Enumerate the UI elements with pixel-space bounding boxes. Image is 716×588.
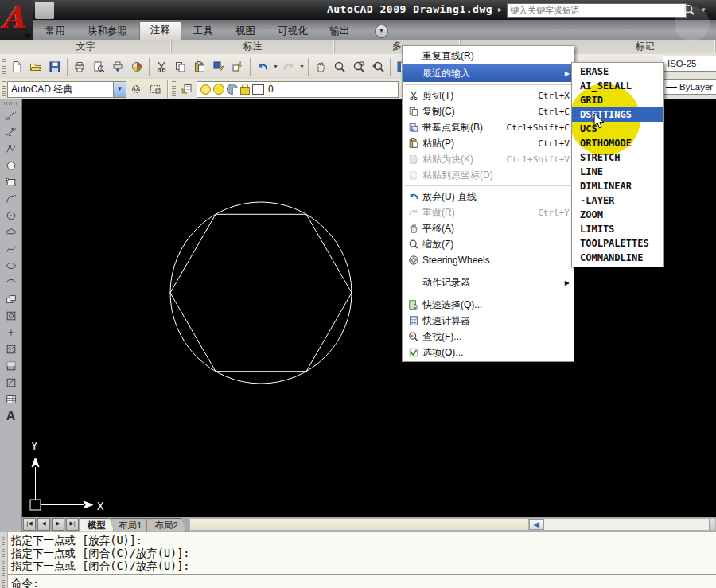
publish-button[interactable] [127, 57, 146, 76]
hatch-tool-button[interactable] [2, 341, 20, 357]
match-properties-button[interactable] [209, 57, 228, 76]
workspace-settings-button[interactable] [126, 80, 146, 99]
first-tab-button[interactable]: |◀ [23, 518, 36, 531]
pan-button[interactable] [311, 57, 330, 76]
cut-button[interactable] [152, 57, 171, 76]
tab-layout1[interactable]: 布局1 [111, 518, 150, 532]
plot-button[interactable] [108, 57, 127, 76]
make-block-tool-button[interactable] [2, 307, 20, 324]
paste-button[interactable] [190, 57, 209, 76]
tab-model[interactable]: 模型 [80, 518, 114, 532]
panel-markup[interactable]: 标记 [574, 40, 716, 53]
menu-item-quickcalc[interactable]: 快速计算器 [403, 313, 574, 329]
menu-item-action-recorder[interactable]: 动作记录器 ▶ [403, 274, 574, 291]
menu-item-cut[interactable]: 剪切(T) Ctrl+X [403, 88, 574, 103]
ribbon-tab[interactable]: 常用 [35, 23, 76, 40]
ribbon-tab[interactable]: 视图 [225, 23, 266, 40]
workspace-combo[interactable]: AutoCAD 经典 ▼ [7, 81, 126, 98]
dim-style-combo[interactable]: ISO-25 [663, 53, 716, 76]
last-tab-button[interactable]: ▶| [66, 518, 79, 531]
ribbon-tab[interactable]: 工具 [183, 23, 224, 40]
menu-item-options[interactable]: 选项(O)... [403, 345, 574, 360]
arc-tool-button[interactable] [2, 190, 20, 207]
save-button[interactable] [45, 57, 64, 76]
tab-layout2[interactable]: 布局2 [146, 518, 185, 532]
menu-item-recent-input[interactable]: 最近的输入 ▶ [403, 64, 574, 82]
circle-tool-button[interactable] [2, 207, 20, 224]
ellipse-tool-button[interactable] [2, 257, 20, 274]
layer-unlock-icon[interactable] [240, 87, 250, 95]
menu-item-copy[interactable]: 复制(C) Ctrl+C [403, 103, 574, 119]
recent-command-item[interactable]: COMMANDLINE [572, 251, 663, 265]
panel-dimension[interactable]: 标注 [171, 40, 335, 53]
panel-text[interactable]: 文字 [0, 40, 172, 53]
menu-item-copy-with-base-point[interactable]: 带基点复制(B) Ctrl+Shift+C [403, 119, 574, 135]
command-line-window[interactable]: 指定下一点或 [放弃(U)]:指定下一点或 [闭合(C)/放弃(U)]:指定下一… [0, 532, 716, 588]
gradient-tool-button[interactable] [2, 357, 20, 374]
recent-command-item[interactable]: ORTHOMODE [572, 136, 663, 150]
scrollbar-thumb[interactable] [190, 519, 529, 530]
menu-item-paste[interactable]: 粘贴(P) Ctrl+V [403, 135, 574, 151]
recent-command-item[interactable]: STRETCH [572, 150, 663, 165]
ribbon-tab[interactable]: 块和参照 [77, 23, 138, 40]
ribbon-tab[interactable]: 输出 [320, 23, 360, 40]
revcloud-tool-button[interactable] [2, 224, 20, 240]
line-tool-button[interactable] [2, 107, 20, 123]
recent-command-item[interactable]: TOOLPALETTES [572, 236, 663, 251]
scroll-right-button[interactable] [709, 519, 715, 530]
print-button[interactable] [70, 57, 89, 76]
color-control-combo[interactable]: ByLayer [663, 75, 716, 99]
toolbar-grip[interactable] [2, 59, 6, 75]
command-prompt[interactable]: 命令: [11, 577, 716, 588]
menu-item-find[interactable]: 查找(F)... [403, 329, 574, 345]
next-tab-button[interactable]: ▶ [52, 518, 64, 531]
recent-command-item[interactable]: LINE [572, 165, 663, 179]
layer-combo[interactable]: 0 [197, 81, 399, 98]
redo-button[interactable] [279, 57, 298, 76]
recent-command-item[interactable]: ZOOM [572, 208, 663, 222]
menu-item-quick-select[interactable]: 快速选择(Q)... [403, 297, 574, 313]
layer-on-icon[interactable] [200, 84, 211, 95]
ribbon-tab[interactable]: 注释 [139, 21, 181, 40]
polyline-tool-button[interactable] [2, 140, 20, 157]
toolbar-grip[interactable] [172, 81, 176, 97]
menu-item-steeringwheels[interactable]: SteeringWheels [403, 252, 574, 268]
layer-thaw-icon[interactable] [213, 84, 224, 95]
zoom-window-button[interactable] [349, 57, 368, 76]
app-menu-button[interactable]: A [0, 0, 33, 40]
workspace-combo-arrow-icon[interactable]: ▼ [113, 82, 126, 97]
toolbar-grip[interactable] [4, 102, 18, 105]
point-tool-button[interactable] [2, 324, 20, 341]
layer-color-swatch[interactable] [252, 84, 264, 95]
ellipse-arc-tool-button[interactable] [2, 274, 20, 290]
layer-properties-button[interactable] [177, 80, 197, 99]
new-button[interactable] [7, 57, 26, 76]
region-tool-button[interactable] [2, 374, 20, 391]
undo-button[interactable] [253, 57, 272, 76]
menu-item-undo[interactable]: 放弃(U) 直线 [403, 189, 574, 204]
prev-tab-button[interactable]: ◀ [37, 518, 50, 531]
spline-tool-button[interactable] [2, 240, 20, 257]
horizontal-scrollbar[interactable]: ◀ [189, 518, 716, 531]
workspace-save-button[interactable] [146, 80, 165, 99]
redo-dropdown-icon[interactable]: ▼ [298, 57, 305, 76]
recent-command-item[interactable]: DSETTINGS [572, 107, 663, 122]
menu-item-repeat-line[interactable]: 重复直线(R) [403, 47, 574, 64]
copy-button[interactable] [171, 57, 190, 76]
ribbon-overflow-button[interactable]: ▼ [375, 25, 388, 38]
block-editor-button[interactable] [228, 57, 247, 76]
open-button[interactable] [26, 57, 45, 76]
recent-command-item[interactable]: AI_SELALL [572, 79, 663, 93]
insert-block-tool-button[interactable] [2, 290, 20, 307]
recent-command-item[interactable]: DIMLINEAR [572, 179, 663, 193]
zoom-previous-button[interactable] [368, 57, 387, 76]
search-input[interactable] [507, 3, 687, 18]
table-tool-button[interactable] [2, 391, 20, 407]
recent-command-item[interactable]: GRID [572, 93, 663, 107]
recent-command-item[interactable]: UCS [572, 122, 663, 136]
scrollbar-track[interactable] [544, 519, 709, 530]
command-window-grip[interactable] [0, 532, 8, 588]
toolbar-grip[interactable] [2, 81, 6, 97]
menu-item-zoom[interactable]: 缩放(Z) [403, 236, 574, 252]
ribbon-tab[interactable]: 可视化 [267, 23, 318, 40]
